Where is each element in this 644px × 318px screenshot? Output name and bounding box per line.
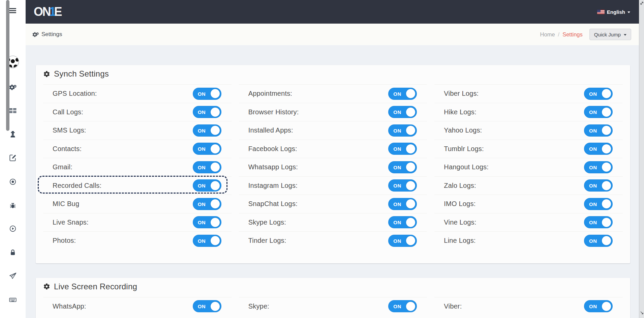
toggle-switch[interactable]: ON (193, 179, 221, 192)
paper-plane-icon[interactable] (9, 272, 17, 280)
breadcrumb-home[interactable]: Home (540, 31, 555, 38)
breadcrumb-current[interactable]: Settings (562, 31, 583, 38)
scroll-arrow-top-icon[interactable] (640, 1, 644, 5)
toggle-switch[interactable]: ON (193, 88, 221, 100)
toggle-switch[interactable]: ON (388, 161, 417, 173)
toggle-switch[interactable]: ON (584, 88, 613, 100)
toggle-switch[interactable]: ON (388, 106, 417, 118)
toggle-knob (602, 163, 611, 172)
logo-text-pre: ON (34, 6, 50, 18)
toggle-state-label: ON (198, 127, 206, 133)
toggle-switch[interactable]: ON (193, 124, 221, 137)
toggle-state-label: ON (198, 220, 206, 225)
language-label: English (607, 9, 625, 15)
toggle-state-label: ON (198, 146, 206, 152)
toggle-knob (602, 199, 611, 208)
toggle-switch[interactable]: ON (388, 216, 417, 228)
toggle-switch[interactable]: ON (388, 198, 417, 210)
setting-label: Contacts: (53, 145, 82, 153)
toggle-switch[interactable]: ON (584, 161, 613, 173)
toggle-knob (211, 144, 220, 153)
toggle-switch[interactable]: ON (388, 235, 417, 247)
setting-label: Yahoo Logs: (444, 126, 482, 134)
toggle-knob (211, 108, 220, 117)
toggle-switch[interactable]: ON (193, 300, 221, 312)
toggle-knob (211, 218, 220, 227)
setting-label: Zalo Logs: (444, 182, 476, 190)
toggle-switch[interactable]: ON (584, 300, 613, 312)
play-circle-icon[interactable] (9, 225, 17, 233)
setting-label: Tinder Logs: (248, 237, 286, 244)
setting-label: Line Logs: (444, 237, 476, 244)
toggle-state-label: ON (589, 127, 597, 133)
setting-label: Photos: (53, 237, 76, 244)
toggle-switch[interactable]: ON (584, 179, 613, 192)
toggle-switch[interactable]: ON (388, 179, 417, 192)
main-area: Settings Home / Settings Quick Jump Sync… (26, 24, 639, 318)
settings-card: Live Screen RecordingWhatsApp:ONSkype:ON… (36, 278, 630, 318)
toggle-state-label: ON (589, 183, 597, 189)
setting-label: Facebook Logs: (248, 145, 297, 153)
toggle-state-label: ON (198, 201, 206, 207)
edit-icon[interactable] (9, 154, 17, 162)
setting-row: Photos:ON (43, 231, 232, 250)
setting-row: Line Logs:ON (434, 231, 623, 250)
setting-label: Viber Logs: (444, 90, 479, 97)
toggle-state-label: ON (393, 91, 401, 96)
toggle-state-label: ON (198, 303, 206, 309)
setting-row: WhatsApp:ON (43, 297, 232, 316)
toggle-switch[interactable]: ON (193, 216, 221, 228)
bug-icon[interactable] (9, 202, 17, 210)
setting-label: Skype Logs: (248, 219, 286, 226)
sidebar-header (0, 0, 26, 24)
setting-row: Call Logs:ON (43, 103, 232, 121)
setting-row: SMS Logs:ON (43, 121, 232, 140)
toggle-switch[interactable]: ON (193, 143, 221, 155)
toggle-knob (406, 126, 415, 135)
toggle-state-label: ON (589, 146, 597, 152)
setting-row: SnapChat Logs:ON (239, 195, 427, 213)
settings-column: WhatsApp:ON (43, 297, 232, 316)
chevron-down-icon (624, 34, 626, 36)
toggle-knob (602, 89, 611, 98)
toggle-switch[interactable]: ON (193, 161, 221, 173)
toggle-state-label: ON (393, 183, 401, 189)
toggle-switch[interactable]: ON (193, 106, 221, 118)
toggle-switch[interactable]: ON (584, 198, 613, 210)
setting-label: Skype: (248, 302, 269, 310)
toggle-switch[interactable]: ON (388, 300, 417, 312)
toggle-switch[interactable]: ON (584, 235, 613, 247)
toggle-knob (406, 218, 415, 227)
left-scrollbar-thumb[interactable] (6, 0, 9, 131)
app-logo[interactable]: ON1E (34, 6, 61, 18)
grid-icon[interactable] (9, 107, 17, 115)
toggle-switch[interactable]: ON (388, 143, 417, 155)
toggle-switch[interactable]: ON (388, 124, 417, 137)
app-screen: ON1E English Settings Home / Settings (0, 0, 644, 318)
cogs-icon[interactable] (9, 83, 17, 91)
right-scrollbar[interactable] (639, 0, 644, 318)
lock-icon[interactable] (9, 249, 17, 257)
toggle-switch[interactable]: ON (584, 124, 613, 137)
toggle-switch[interactable]: ON (584, 216, 613, 228)
toggle-switch[interactable]: ON (584, 143, 613, 155)
setting-row: Tinder Logs:ON (239, 231, 427, 250)
toggle-knob (602, 126, 611, 135)
toggle-knob (211, 163, 220, 172)
setting-row: Vine Logs:ON (434, 213, 623, 232)
setting-row: Viber:ON (434, 297, 623, 316)
keyboard-icon[interactable] (9, 296, 17, 304)
scroll-arrow-bottom-icon[interactable] (640, 311, 644, 315)
toggle-state-label: ON (198, 109, 206, 115)
toggle-switch[interactable]: ON (193, 235, 221, 247)
user-secret-icon[interactable] (9, 130, 17, 138)
quick-jump-label: Quick Jump (594, 32, 621, 37)
language-selector[interactable]: English (597, 9, 630, 15)
toggle-switch[interactable]: ON (388, 88, 417, 100)
toggle-switch[interactable]: ON (584, 106, 613, 118)
quick-jump-button[interactable]: Quick Jump (589, 29, 631, 40)
target-icon[interactable] (9, 178, 17, 186)
toggle-switch[interactable]: ON (193, 198, 221, 210)
setting-label: Viber: (444, 302, 462, 310)
breadcrumb-separator: / (558, 31, 560, 38)
